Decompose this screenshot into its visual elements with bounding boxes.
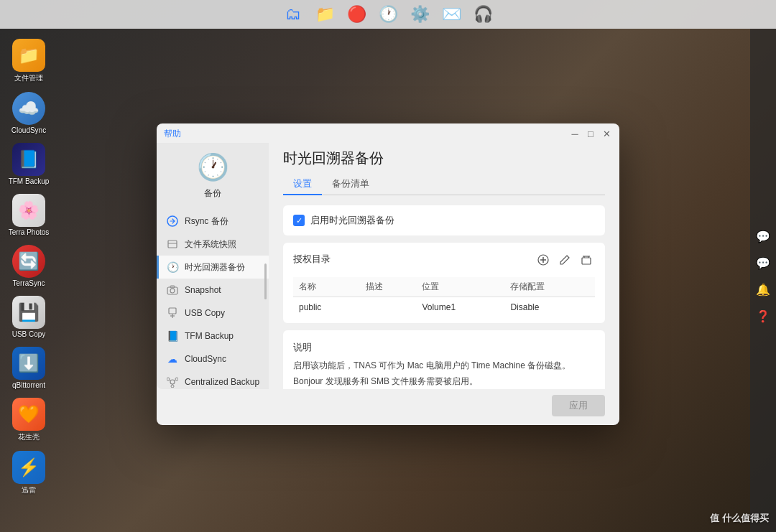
rsync-icon bbox=[166, 215, 179, 228]
sidebar-header-icon: 🕐 bbox=[195, 150, 230, 185]
right-chat1-icon[interactable]: 💬 bbox=[756, 230, 770, 243]
dock-item-cloudsync[interactable]: ☁️ CloudSync bbox=[3, 89, 55, 137]
right-sidebar: 💬 💬 🔔 ❓ bbox=[750, 29, 776, 532]
table-toolbar bbox=[535, 251, 595, 269]
left-dock: 📁 文件管理 ☁️ CloudSync 📘 TFM Backup 🌸 Terra… bbox=[0, 29, 57, 532]
dock-file-manager-icon: 📁 bbox=[12, 39, 45, 72]
add-row-button[interactable] bbox=[535, 251, 552, 269]
sidebar-centralized-label: Centralized Backup bbox=[185, 377, 259, 387]
right-help-icon[interactable]: ❓ bbox=[756, 309, 770, 323]
right-chat2-icon[interactable]: 💬 bbox=[756, 256, 770, 270]
sidebar-header: 🕐 备份 bbox=[195, 143, 230, 210]
svg-point-9 bbox=[170, 380, 175, 384]
sidebar-item-tfm-backup[interactable]: 📘 TFM Backup bbox=[157, 325, 269, 347]
sidebar-usb-copy-label: USB Copy bbox=[185, 308, 225, 318]
dock-usb-copy-label: USB Copy bbox=[12, 330, 46, 338]
dialog-title: 时光回溯器备份 bbox=[283, 143, 605, 174]
info-title: 说明 bbox=[293, 339, 595, 355]
dialog-sidebar: 🕐 备份 Rsync 备份 文件系统快照 bbox=[157, 143, 269, 389]
dock-item-terra-photos[interactable]: 🌸 Terra Photos bbox=[3, 191, 55, 239]
sidebar-item-filesystem[interactable]: 文件系统快照 bbox=[157, 233, 269, 256]
help-link[interactable]: 帮助 bbox=[164, 128, 181, 140]
minimize-button[interactable]: ─ bbox=[569, 129, 581, 140]
dialog-main: 时光回溯器备份 设置 备份清单 ✓ 启用时光回溯器备份 授权目录 bbox=[269, 143, 619, 389]
dock-hua-label: 花生壳 bbox=[18, 432, 40, 442]
tab-settings[interactable]: 设置 bbox=[283, 174, 322, 195]
taskbar-clock-icon[interactable]: 🕐 bbox=[378, 4, 398, 24]
dock-terrasync-label: TerraSync bbox=[12, 279, 45, 287]
enable-checkbox[interactable]: ✓ bbox=[293, 215, 305, 226]
delete-row-button[interactable] bbox=[578, 251, 595, 269]
usb-icon bbox=[166, 307, 179, 319]
svg-point-10 bbox=[167, 378, 170, 381]
cell-location: Volume1 bbox=[416, 297, 504, 318]
dialog-footer: 应用 bbox=[157, 389, 619, 425]
close-button[interactable]: ✕ bbox=[601, 129, 612, 140]
svg-point-11 bbox=[175, 378, 178, 381]
col-location: 位置 bbox=[416, 277, 504, 297]
sidebar-item-centralized[interactable]: Centralized Backup bbox=[157, 370, 269, 389]
dock-terra-photos-icon: 🌸 bbox=[12, 194, 45, 227]
dock-item-usb-copy[interactable]: 💾 USB Copy bbox=[3, 293, 55, 341]
sidebar-item-timemachine[interactable]: 🕐 时光回溯器备份 bbox=[157, 256, 269, 279]
cell-desc bbox=[360, 297, 416, 318]
info-section: 说明 启用该功能后，TNAS 可作为 Mac 电脑用户的 Time Machin… bbox=[283, 330, 605, 389]
dock-xun-icon: ⚡ bbox=[12, 451, 45, 484]
dock-item-xunlei[interactable]: ⚡ 迅雷 bbox=[3, 448, 55, 498]
sidebar-header-label: 备份 bbox=[204, 187, 221, 200]
table-row[interactable]: public Volume1 Disable bbox=[293, 297, 595, 318]
sidebar-item-usb-copy[interactable]: USB Copy bbox=[157, 302, 269, 325]
dock-cloudsync-icon: ☁️ bbox=[12, 92, 45, 125]
sidebar-item-cloudsync[interactable]: ☁ CloudSync bbox=[157, 347, 269, 370]
taskbar-app-icon[interactable]: 🔴 bbox=[346, 4, 366, 24]
dock-usb-copy-icon: 💾 bbox=[12, 296, 45, 329]
col-name: 名称 bbox=[293, 277, 360, 297]
dock-cloudsync-label: CloudSync bbox=[11, 126, 46, 134]
info-line1: 启用该功能后，TNAS 可作为 Mac 电脑用户的 Time Machine 备… bbox=[293, 358, 595, 374]
watermark-text: 值 什么值得买 bbox=[710, 513, 769, 523]
dock-terra-photos-label: Terra Photos bbox=[9, 228, 50, 236]
right-bell-icon[interactable]: 🔔 bbox=[756, 283, 770, 297]
taskbar-mail-icon[interactable]: ✉️ bbox=[441, 4, 461, 24]
dialog-titlebar: 帮助 ─ □ ✕ bbox=[157, 123, 619, 143]
tfm-nav-icon: 📘 bbox=[166, 330, 179, 342]
tab-backup-list[interactable]: 备份清单 bbox=[322, 174, 379, 195]
taskbar-settings-icon[interactable]: ⚙️ bbox=[410, 4, 430, 24]
svg-rect-6 bbox=[169, 308, 176, 314]
dock-item-huashengke[interactable]: 🧡 花生壳 bbox=[3, 395, 55, 445]
taskbar-top: 🗂 📁 🔴 🕐 ⚙️ ✉️ 🎧 bbox=[0, 0, 776, 29]
checkmark-icon: ✓ bbox=[296, 216, 302, 225]
taskbar-folder-icon[interactable]: 📁 bbox=[315, 4, 335, 24]
sidebar-nav: Rsync 备份 文件系统快照 🕐 时光回溯器备份 bbox=[157, 210, 269, 389]
taskbar-headphone-icon[interactable]: 🎧 bbox=[473, 4, 493, 24]
apply-button[interactable]: 应用 bbox=[552, 395, 605, 416]
edit-row-button[interactable] bbox=[556, 251, 573, 269]
dock-item-tfm-backup[interactable]: 📘 TFM Backup bbox=[3, 140, 55, 188]
snapshot-icon bbox=[166, 284, 179, 297]
sidebar-scrollbar[interactable] bbox=[264, 263, 267, 299]
cell-name: public bbox=[293, 297, 360, 318]
sidebar-filesystem-label: 文件系统快照 bbox=[185, 238, 236, 251]
dock-item-terrasync[interactable]: 🔄 TerraSync bbox=[3, 242, 55, 290]
col-storage: 存储配置 bbox=[504, 277, 595, 297]
sidebar-snapshot-label: Snapshot bbox=[185, 285, 221, 295]
dialog-tabs: 设置 备份清单 bbox=[283, 174, 605, 195]
dock-xun-label: 迅雷 bbox=[22, 485, 36, 495]
authorized-dir-title: 授权目录 bbox=[293, 253, 331, 266]
taskbar-files-icon[interactable]: 🗂 bbox=[283, 4, 303, 24]
centralized-icon bbox=[166, 375, 179, 388]
sidebar-item-rsync[interactable]: Rsync 备份 bbox=[157, 210, 269, 233]
filesystem-icon bbox=[166, 238, 179, 251]
dock-item-qbittorrent[interactable]: ⬇️ qBittorrent bbox=[3, 344, 55, 392]
enable-label: 启用时光回溯器备份 bbox=[310, 214, 394, 227]
dock-file-manager-label: 文件管理 bbox=[14, 73, 43, 83]
svg-rect-1 bbox=[168, 241, 177, 248]
dock-hua-icon: 🧡 bbox=[12, 398, 45, 431]
dock-terrasync-icon: 🔄 bbox=[12, 245, 45, 278]
sidebar-item-snapshot[interactable]: Snapshot bbox=[157, 279, 269, 302]
watermark: 值 什么值得买 bbox=[710, 512, 769, 525]
dock-item-file-manager[interactable]: 📁 文件管理 bbox=[3, 36, 55, 86]
cloud-nav-icon: ☁ bbox=[166, 353, 179, 365]
svg-rect-21 bbox=[582, 258, 591, 264]
maximize-button[interactable]: □ bbox=[585, 129, 596, 140]
